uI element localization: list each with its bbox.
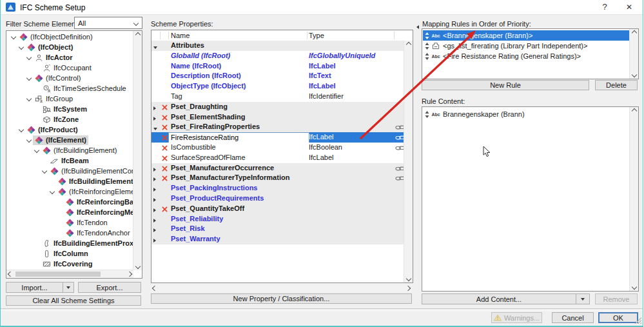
tree-item-ifccontrol[interactable]: (IfcControl): [6, 73, 133, 83]
tree-item-ifczone[interactable]: IfcZone: [6, 114, 133, 124]
tree-item-ifcelement[interactable]: (IfcElement): [6, 135, 133, 145]
expander-closed-icon[interactable]: [153, 104, 156, 112]
sort-updown-icon[interactable]: [423, 111, 431, 118]
chevron-expanded-icon[interactable]: [40, 169, 48, 173]
property-row-psetmanufacturertypeinformation[interactable]: Pset_ManufacturerTypeInformation: [151, 173, 404, 183]
property-row-nameifcroot[interactable]: Name (IfcRoot)IfcLabel: [151, 61, 404, 72]
chevron-expanded-icon[interactable]: [24, 138, 33, 142]
resize-grip[interactable]: [635, 317, 641, 324]
import-dropdown-button[interactable]: [63, 282, 74, 293]
property-name-edit-field[interactable]: FireResistanceRating: [168, 132, 309, 143]
tree-item-ifctendon[interactable]: IfcTendon: [6, 217, 133, 228]
sort-updown-icon[interactable]: [423, 43, 431, 50]
close-icon[interactable]: ✕: [620, 0, 639, 14]
tree-item-ifcoccupant[interactable]: IfcOccupant: [6, 63, 133, 73]
expander-closed-icon[interactable]: [153, 175, 156, 183]
chevron-expanded-icon[interactable]: [24, 76, 33, 80]
tree-item-ifcreinforcingbar[interactable]: IfcReinforcingBar: [6, 197, 133, 207]
scroll-left-icon[interactable]: [151, 284, 159, 292]
property-row-psetelementshading[interactable]: Pset_ElementShading: [151, 112, 404, 123]
scroll-right-icon[interactable]: [126, 270, 133, 278]
new-rule-button[interactable]: New Rule: [422, 80, 589, 90]
expander-closed-icon[interactable]: [153, 195, 156, 203]
scroll-down-icon[interactable]: [133, 263, 142, 270]
mapping-rule-1[interactable]: Abc<Brannegenskaper (Brann)>: [423, 30, 629, 41]
scroll-up-icon[interactable]: [630, 107, 638, 115]
expander-closed-icon[interactable]: [153, 206, 156, 213]
scroll-down-icon[interactable]: [404, 275, 413, 282]
new-property-classification-button[interactable]: New Property / Classification...: [151, 293, 412, 304]
ok-button[interactable]: OK: [598, 312, 638, 323]
table-horizontal-scrollbar[interactable]: [151, 284, 412, 292]
property-row-psetfireratingproperties[interactable]: Pset_FireRatingProperties: [151, 122, 404, 132]
scroll-right-icon[interactable]: [404, 284, 412, 292]
property-row-attributes[interactable]: Attributes: [151, 41, 404, 51]
export-button[interactable]: Export...: [78, 282, 141, 293]
tree-item-ifcbuildingelementproxy[interactable]: IfcBuildingElementProxy: [6, 238, 133, 248]
tree-item-ifcproduct[interactable]: (IfcProduct): [6, 124, 133, 135]
scroll-left-icon[interactable]: [6, 270, 14, 278]
tree-item-ifcactor[interactable]: IfcActor: [6, 52, 133, 63]
expander-closed-icon[interactable]: [153, 236, 156, 244]
mapping-rule-3[interactable]: Abc<Fire Resistance Rating (General Rati…: [423, 51, 629, 61]
chevron-expanded-icon[interactable]: [9, 35, 17, 39]
expander-open-icon[interactable]: [153, 124, 157, 132]
property-row-objecttypeifcobject[interactable]: ObjectType (IfcObject)IfcLabel: [151, 81, 404, 92]
tree-item-ifcsystem[interactable]: IfcSystem: [6, 104, 133, 114]
scroll-up-icon[interactable]: [133, 31, 142, 39]
tree-item-ifcobject[interactable]: (IfcObject): [6, 42, 133, 52]
help-button[interactable]: ?: [595, 0, 614, 14]
tree-item-ifctimeseriesschedule[interactable]: IfcTimeSeriesSchedule: [6, 83, 133, 94]
expander-closed-icon[interactable]: [153, 114, 156, 122]
property-row-globalidifcroot[interactable]: GlobalId (IfcRoot)IfcGloballyUniqueId: [151, 51, 404, 61]
rules-vertical-scrollbar[interactable]: [629, 29, 638, 79]
tree-item-ifcobjectdefinition[interactable]: (IfcObjectDefinition): [6, 32, 133, 42]
chevron-expanded-icon[interactable]: [48, 190, 56, 193]
property-row-psetdraughting[interactable]: Pset_Draughting: [151, 102, 404, 112]
scroll-down-icon[interactable]: [630, 283, 638, 291]
chevron-expanded-icon[interactable]: [24, 55, 33, 59]
property-row-psetquantitytakeoff[interactable]: Pset_QuantityTakeOff: [151, 204, 404, 214]
delete-rule-button[interactable]: Delete: [595, 80, 638, 90]
table-vertical-scrollbar[interactable]: [404, 41, 413, 282]
property-row-psetproductrequirements[interactable]: Pset_ProductRequirements: [151, 193, 404, 204]
mapping-rule-2[interactable]: <gs_list_firerating (Library Part Indepe…: [423, 41, 629, 51]
tree-item-ifcbeam[interactable]: IfcBeam: [6, 155, 133, 166]
property-row-surfacespreadofflame[interactable]: SurfaceSpreadOfFlameIfcLabel: [151, 153, 404, 163]
sort-updown-icon[interactable]: [423, 32, 431, 39]
scroll-up-icon[interactable]: [404, 41, 413, 48]
content-vertical-scrollbar[interactable]: [629, 107, 638, 291]
tree-item-ifcreinforcingmesh[interactable]: IfcReinforcingMesh: [6, 207, 133, 217]
cancel-button[interactable]: Cancel: [552, 312, 594, 323]
tree-vertical-scrollbar[interactable]: [133, 31, 142, 270]
expander-closed-icon[interactable]: [153, 165, 156, 173]
add-content-dropdown-button[interactable]: [576, 293, 590, 304]
tree-item-ifccovering[interactable]: IfcCovering: [6, 259, 133, 269]
property-row-psetwarranty[interactable]: Pset_Warranty: [151, 234, 404, 244]
expander-closed-icon[interactable]: [153, 216, 156, 224]
tree-item-ifcreinforcingelement[interactable]: (IfcReinforcingElement): [6, 186, 133, 197]
scroll-up-icon[interactable]: [630, 29, 638, 37]
add-content-button[interactable]: Add Content...: [422, 293, 576, 304]
scroll-down-icon[interactable]: [630, 71, 638, 79]
property-row-psetpackinginstructions[interactable]: Pset_PackingInstructions: [151, 183, 404, 193]
expander-closed-icon[interactable]: [153, 226, 156, 233]
tree-item-ifcgroup[interactable]: IfcGroup: [6, 94, 133, 104]
chevron-expanded-icon[interactable]: [32, 148, 41, 152]
chevron-expanded-icon[interactable]: [17, 128, 25, 132]
property-row-fireresistancerating[interactable]: FireResistanceRatingIfcLabel: [151, 132, 404, 143]
property-row-psetmanufactureroccurrence[interactable]: Pset_ManufacturerOccurrence: [151, 163, 404, 173]
rule-content-item-1[interactable]: AbcBrannegenskaper (Brann): [423, 109, 629, 119]
property-row-tag[interactable]: TagIfcIdentifier: [151, 92, 404, 102]
filter-dropdown[interactable]: All: [74, 17, 142, 29]
property-row-descriptionifcroot[interactable]: Description (IfcRoot)IfcText: [151, 71, 404, 81]
sort-updown-icon[interactable]: [423, 53, 431, 60]
property-row-iscombustible[interactable]: IsCombustibleIfcBoolean: [151, 143, 404, 153]
tree-item-ifccolumn[interactable]: IfcColumn: [6, 248, 133, 259]
import-button[interactable]: Import...: [6, 282, 63, 293]
property-row-psetreliability[interactable]: Pset_Reliability: [151, 214, 404, 224]
expander-closed-icon[interactable]: [153, 185, 156, 193]
tree-item-ifcbuildingelement[interactable]: (IfcBuildingElement): [6, 145, 133, 155]
chevron-expanded-icon[interactable]: [17, 45, 25, 49]
tree-item-ifctendonanchor[interactable]: IfcTendonAnchor: [6, 228, 133, 238]
